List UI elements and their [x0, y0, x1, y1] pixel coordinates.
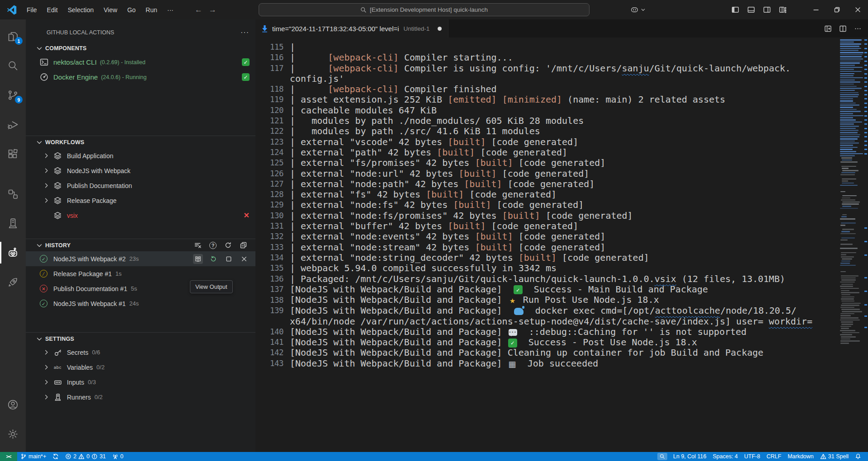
help-icon[interactable]: ? — [209, 242, 217, 249]
account-button[interactable] — [0, 393, 26, 416]
zoom-status[interactable] — [657, 453, 667, 460]
nav-forward-icon[interactable]: → — [209, 5, 217, 14]
line-number: 119 — [255, 94, 283, 105]
minimap-line — [840, 113, 853, 114]
spell-mark — [864, 128, 867, 129]
overview-ruler[interactable] — [863, 38, 868, 452]
workflow-item[interactable]: Build Application — [26, 148, 255, 163]
code-area[interactable]: 115|116| [webpack-cli] Compiler starting… — [255, 42, 838, 369]
activity-run-debug[interactable] — [0, 113, 26, 136]
history-item[interactable]: ✓NodeJS with Webpack #124s — [26, 296, 255, 311]
toggle-secondary-sidebar-icon[interactable] — [763, 6, 771, 14]
settings-gear-button[interactable] — [0, 423, 26, 445]
open-changes-icon[interactable] — [824, 25, 832, 33]
component-item[interactable]: Docker Engine(24.0.6) - Running✓ — [26, 70, 255, 85]
components-header-label: COMPONENTS — [45, 45, 87, 52]
settings-item-secrets[interactable]: Secrets0/6 — [26, 345, 255, 360]
component-check-icon[interactable]: ✓ — [242, 58, 250, 66]
menu-run[interactable]: Run — [141, 5, 162, 15]
problems-status[interactable]: 2 0 31 — [62, 452, 109, 461]
spell-mark — [864, 81, 867, 83]
minimap-line — [840, 71, 862, 72]
component-check-icon[interactable]: ✓ — [242, 73, 250, 81]
status-cancelled-icon: ⁄ — [40, 270, 47, 278]
menu-go[interactable]: Go — [122, 5, 141, 15]
activity-source-control[interactable]: 9 — [0, 84, 26, 106]
tab-untitled-1[interactable]: time="2024-11-17T18:32:43-05:00" level=i… — [255, 19, 448, 38]
menu-file[interactable]: File — [22, 5, 42, 15]
menu-selection[interactable]: Selection — [63, 5, 99, 15]
restore-button[interactable] — [826, 0, 847, 19]
layers-icon — [53, 151, 62, 160]
settings-section-header[interactable]: SETTINGS — [26, 332, 255, 345]
branch-status[interactable]: main*+ — [17, 452, 49, 461]
encoding-status[interactable]: UTF-8 — [741, 452, 763, 461]
sync-status[interactable] — [49, 452, 62, 461]
workflow-item[interactable]: Release Package — [26, 193, 255, 208]
minimap[interactable] — [839, 38, 863, 452]
spell-mark — [864, 115, 867, 117]
close-button[interactable] — [847, 0, 868, 19]
editor-content[interactable]: 115|116| [webpack-cli] Compiler starting… — [255, 38, 868, 452]
activity-explorer[interactable]: 1 — [0, 25, 26, 47]
rerun-button[interactable] — [208, 254, 218, 264]
activity-github-local-actions[interactable] — [0, 241, 26, 264]
menu-view[interactable]: View — [99, 5, 122, 15]
error-x-icon[interactable]: ✕ — [244, 211, 250, 220]
collapse-all-icon[interactable] — [240, 241, 247, 249]
refresh-icon[interactable] — [224, 241, 232, 249]
stop-button[interactable] — [224, 254, 234, 264]
activity-runner[interactable] — [0, 212, 26, 235]
workflows-list: Build ApplicationNodeJS with WebpackPubl… — [26, 148, 255, 223]
command-center-search[interactable]: [Extension Development Host] quick-launc… — [259, 3, 590, 16]
modified-indicator[interactable] — [438, 27, 442, 31]
component-item[interactable]: nektos/act CLI(0.2.69) - Installed✓ — [26, 55, 255, 70]
activity-search[interactable] — [0, 54, 26, 77]
language-mode[interactable]: Markdown — [784, 452, 817, 461]
ports-status[interactable]: 0 — [109, 452, 127, 461]
toggle-primary-sidebar-icon[interactable] — [731, 6, 739, 14]
split-editor-icon[interactable] — [839, 25, 847, 33]
magnifier-icon — [660, 454, 665, 459]
sync-icon — [52, 453, 59, 460]
copilot-menu[interactable] — [630, 5, 646, 14]
eol-status[interactable]: CRLF — [763, 452, 784, 461]
minimize-button[interactable] — [806, 0, 826, 19]
settings-item-runners[interactable]: Runners0/2 — [26, 390, 255, 405]
indentation-status[interactable]: Spaces: 4 — [709, 452, 741, 461]
clear-history-icon[interactable] — [194, 241, 202, 249]
workflow-item[interactable]: vsix✕ — [26, 208, 255, 223]
minimap-line — [842, 183, 854, 184]
customize-layout-icon[interactable] — [779, 6, 787, 14]
remote-indicator[interactable]: >< — [0, 452, 17, 461]
history-section-header[interactable]: HISTORY ? — [26, 239, 255, 251]
activity-rocket[interactable] — [0, 271, 26, 293]
workflow-item[interactable]: NodeJS with Webpack — [26, 163, 255, 178]
line-number: 117 — [255, 63, 283, 74]
menu-edit[interactable]: Edit — [42, 5, 63, 15]
settings-item-inputs[interactable]: Inputs0/3 — [26, 375, 255, 390]
notifications-bell[interactable] — [852, 452, 864, 461]
line-number: 121 — [255, 116, 283, 126]
history-item[interactable]: ⁄Release Package #11s — [26, 266, 255, 281]
spell-mark — [864, 39, 867, 41]
workflows-section-header[interactable]: WORKFLOWS — [26, 136, 255, 148]
menu-more[interactable]: ··· — [162, 5, 179, 15]
component-name: Docker Engine — [53, 73, 98, 81]
sidebar-more-actions-icon[interactable]: ··· — [241, 28, 249, 37]
activity-extensions[interactable] — [0, 142, 26, 165]
settings-item-variables[interactable]: abcVariables0/2 — [26, 360, 255, 375]
spell-checker-status[interactable]: 31 Spell — [817, 452, 852, 461]
history-item[interactable]: ✓NodeJS with Webpack #223s — [26, 251, 255, 266]
more-actions-icon[interactable] — [854, 25, 862, 33]
server-icon — [7, 217, 19, 230]
nav-back-icon[interactable]: ← — [195, 5, 203, 14]
activity-references[interactable] — [0, 183, 26, 205]
view-output-button[interactable] — [193, 254, 203, 264]
workflow-item[interactable]: Publish Documentation — [26, 178, 255, 193]
minimap-line — [841, 199, 855, 201]
dismiss-button[interactable] — [239, 254, 249, 264]
toggle-panel-icon[interactable] — [747, 6, 755, 14]
cursor-position[interactable]: Ln 9, Col 116 — [670, 452, 709, 461]
components-section-header[interactable]: COMPONENTS — [26, 42, 255, 55]
